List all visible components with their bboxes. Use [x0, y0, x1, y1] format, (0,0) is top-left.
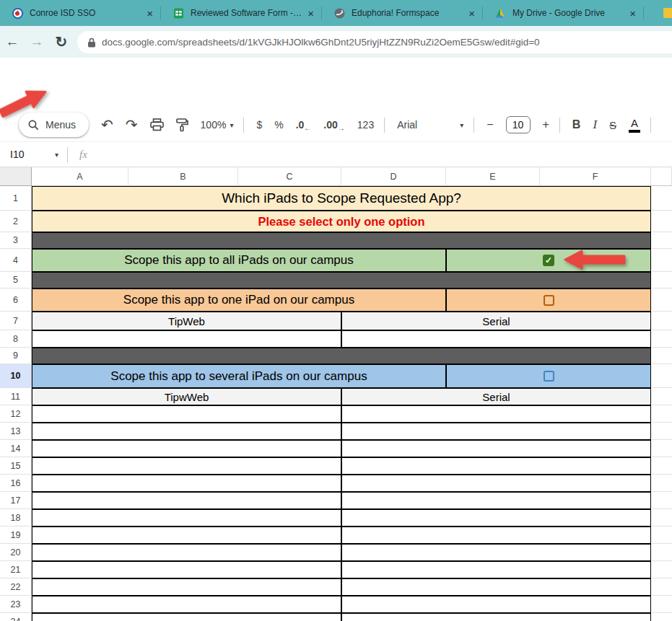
- cell-divider-bar[interactable]: [32, 348, 651, 364]
- cell-r22[interactable]: [32, 578, 341, 596]
- tab-my-drive[interactable]: My Drive - Google Drive ×: [483, 0, 643, 26]
- cell-r12-overflow[interactable]: [652, 405, 672, 423]
- row-header-8[interactable]: 8: [0, 330, 32, 348]
- close-icon[interactable]: ×: [147, 7, 153, 19]
- checkbox-unchecked[interactable]: [544, 295, 554, 306]
- cell-r18[interactable]: [341, 509, 651, 527]
- row-header-11[interactable]: 11: [0, 388, 32, 405]
- row-header-19[interactable]: 19: [0, 527, 32, 544]
- row-header-2[interactable]: 2: [0, 211, 32, 232]
- cell-r1-overflow[interactable]: [652, 186, 672, 211]
- column-header-A[interactable]: A: [32, 167, 128, 186]
- cell-r23[interactable]: [32, 596, 341, 613]
- row-header-1[interactable]: 1: [0, 186, 32, 211]
- cell-r11-overflow[interactable]: [652, 388, 672, 405]
- cell-r24[interactable]: [32, 613, 341, 621]
- cell-r15[interactable]: [341, 457, 651, 475]
- cell-r20[interactable]: [341, 544, 651, 561]
- cell-r4-overflow[interactable]: [652, 249, 672, 272]
- text-color-button[interactable]: A: [629, 118, 640, 133]
- increase-font-size-button[interactable]: +: [543, 118, 549, 131]
- cell-r17-overflow[interactable]: [652, 492, 672, 509]
- cell-tipwweb-header[interactable]: TipwWeb: [32, 388, 341, 405]
- cell-scope-one-label[interactable]: Scope this app to one iPad on our campus: [32, 289, 446, 312]
- tab-eduphoria-formspace[interactable]: Eduphoria! Formspace ×: [322, 0, 482, 26]
- decrease-font-size-button[interactable]: −: [486, 118, 493, 131]
- cell-r12[interactable]: [341, 405, 651, 423]
- cell-r17[interactable]: [32, 492, 341, 509]
- row-header-13[interactable]: 13: [0, 423, 32, 440]
- undo-button[interactable]: ↶: [101, 116, 113, 133]
- cell-r14-overflow[interactable]: [652, 440, 672, 457]
- cell-r21[interactable]: [32, 561, 341, 578]
- cell-r15[interactable]: [32, 457, 341, 475]
- cell-r17[interactable]: [341, 492, 651, 509]
- tab-conroe-isd-sso[interactable]: Conroe ISD SSO ×: [0, 0, 160, 26]
- cell-r13[interactable]: [32, 423, 341, 440]
- cell-scope-all-label[interactable]: Scope this app to all iPads on our campu…: [32, 249, 446, 272]
- cell-r21[interactable]: [341, 561, 651, 578]
- cell-r6-overflow[interactable]: [652, 289, 672, 312]
- format-currency-button[interactable]: $: [256, 119, 262, 131]
- cell-question-header[interactable]: Which iPads to Scope Requested App?: [32, 186, 651, 211]
- cell-r9-overflow[interactable]: [652, 348, 672, 364]
- cell-r16[interactable]: [32, 475, 341, 492]
- checkbox-checked[interactable]: ✓: [543, 255, 554, 266]
- cell-r13-overflow[interactable]: [652, 423, 672, 440]
- row-header-20[interactable]: 20: [0, 544, 32, 561]
- close-icon[interactable]: ×: [307, 7, 314, 19]
- cell-r23-overflow[interactable]: [652, 596, 672, 613]
- column-header-B[interactable]: B: [128, 167, 238, 186]
- cell-scope-several-label[interactable]: Scope this app to several iPads on our c…: [32, 364, 446, 388]
- row-header-9[interactable]: 9: [0, 348, 32, 364]
- column-header-E[interactable]: E: [446, 167, 540, 186]
- cell-serial-entry[interactable]: [341, 330, 651, 348]
- cell-r3-overflow[interactable]: [652, 232, 672, 249]
- cell-serial-header[interactable]: Serial: [341, 312, 651, 330]
- tab-reviewed-software-form[interactable]: Reviewed Software Form - Ver. ×: [161, 0, 321, 26]
- column-header-F[interactable]: F: [540, 167, 651, 186]
- row-header-10[interactable]: 10: [0, 364, 32, 388]
- cell-r10-overflow[interactable]: [652, 364, 672, 388]
- more-formats-button[interactable]: 123: [357, 119, 374, 131]
- cell-r8-overflow[interactable]: [652, 330, 672, 348]
- row-header-12[interactable]: 12: [0, 405, 32, 423]
- back-button[interactable]: ←: [0, 34, 25, 50]
- decrease-decimal-button[interactable]: .0←: [296, 118, 312, 132]
- cell-r24[interactable]: [341, 613, 651, 621]
- cell-divider-bar[interactable]: [32, 232, 651, 249]
- cell-r20[interactable]: [32, 544, 341, 561]
- italic-button[interactable]: I: [593, 118, 597, 132]
- font-family-control[interactable]: Arial▾: [397, 119, 463, 131]
- row-header-24[interactable]: 24: [0, 613, 32, 621]
- row-header-21[interactable]: 21: [0, 561, 32, 578]
- cell-r12[interactable]: [32, 405, 341, 423]
- redo-button[interactable]: ↷: [126, 116, 138, 133]
- row-header-7[interactable]: 7: [0, 312, 32, 330]
- paint-format-button[interactable]: [176, 118, 188, 132]
- cell-r24-overflow[interactable]: [652, 613, 672, 621]
- strikethrough-button[interactable]: S: [609, 119, 616, 131]
- cell-r2-overflow[interactable]: [652, 211, 672, 232]
- row-header-17[interactable]: 17: [0, 492, 32, 509]
- cell-r19[interactable]: [32, 527, 341, 544]
- forward-button[interactable]: →: [25, 34, 49, 50]
- increase-decimal-button[interactable]: .00→: [323, 118, 344, 132]
- row-header-5[interactable]: 5: [0, 272, 32, 289]
- row-header-18[interactable]: 18: [0, 509, 32, 527]
- checkbox-unchecked[interactable]: [544, 371, 554, 382]
- cell-r7-overflow[interactable]: [652, 312, 672, 330]
- close-icon[interactable]: ×: [468, 7, 475, 19]
- name-box[interactable]: I10: [10, 149, 55, 160]
- print-button[interactable]: [150, 118, 164, 131]
- cell-r5-overflow[interactable]: [652, 272, 672, 289]
- cell-serial-header[interactable]: Serial: [341, 388, 651, 405]
- cell-scope-one-checkbox[interactable]: [446, 289, 651, 312]
- format-percent-button[interactable]: %: [274, 119, 283, 131]
- column-header-C[interactable]: C: [238, 167, 341, 186]
- menus-search-button[interactable]: Menus: [19, 113, 89, 137]
- cell-r14[interactable]: [32, 440, 341, 457]
- cell-r16-overflow[interactable]: [652, 475, 672, 492]
- column-header-D[interactable]: D: [341, 167, 446, 186]
- cell-select-one-warning[interactable]: Please select only one option: [32, 211, 651, 232]
